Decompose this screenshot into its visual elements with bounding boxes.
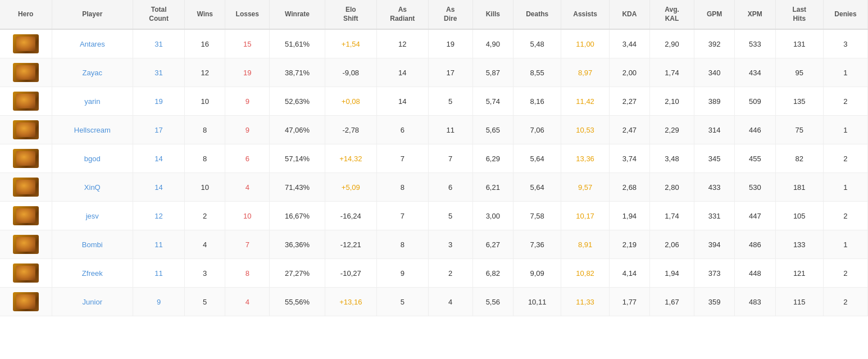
deaths-cell: 8,16	[513, 87, 561, 116]
col-header-last-hits[interactable]: LastHits	[775, 0, 823, 29]
player-cell[interactable]: yarin	[52, 87, 133, 116]
as-radiant-cell: 6	[376, 116, 428, 144]
assists-cell: 11,42	[561, 87, 609, 116]
winrate-cell: 38,71%	[270, 58, 325, 87]
elo-shift-cell: -12,21	[325, 230, 376, 259]
kills-cell: 6,29	[472, 144, 513, 173]
wins-cell: 4	[185, 230, 225, 259]
col-header-denies[interactable]: Denies	[823, 0, 867, 29]
player-cell[interactable]: jesv	[52, 202, 133, 230]
assists-cell: 10,53	[561, 116, 609, 144]
elo-shift-cell: +14,32	[325, 144, 376, 173]
col-header-as-dire[interactable]: AsDire	[428, 0, 472, 29]
col-header-total-count[interactable]: TotalCount	[133, 0, 185, 29]
col-header-assists[interactable]: Assists	[561, 0, 609, 29]
total-count-cell: 14	[133, 144, 185, 173]
winrate-cell: 16,67%	[270, 202, 325, 230]
winrate-cell: 27,27%	[270, 259, 325, 288]
as-radiant-cell: 8	[376, 173, 428, 202]
gpm-cell: 433	[694, 173, 734, 202]
kills-cell: 4,90	[472, 29, 513, 58]
col-header-losses[interactable]: Losses	[225, 0, 270, 29]
losses-cell: 4	[225, 288, 270, 316]
player-cell[interactable]: XinQ	[52, 173, 133, 202]
kills-cell: 6,82	[472, 259, 513, 288]
col-header-as-radiant[interactable]: AsRadiant	[376, 0, 428, 29]
last-hits-cell: 115	[775, 288, 823, 316]
hero-icon	[13, 206, 39, 225]
col-header-kda[interactable]: KDA	[609, 0, 649, 29]
elo-shift-cell: +13,16	[325, 288, 376, 316]
player-link[interactable]: Antares	[80, 40, 105, 48]
kills-cell: 5,56	[472, 288, 513, 316]
hero-cell	[0, 202, 52, 230]
kda-cell: 4,14	[609, 259, 649, 288]
player-cell[interactable]: Zayac	[52, 58, 133, 87]
gpm-cell: 359	[694, 288, 734, 316]
kills-cell: 5,87	[472, 58, 513, 87]
last-hits-cell: 105	[775, 202, 823, 230]
player-cell[interactable]: Bombi	[52, 230, 133, 259]
col-header-xpm[interactable]: XPM	[735, 0, 775, 29]
losses-cell: 19	[225, 58, 270, 87]
player-cell[interactable]: bgod	[52, 144, 133, 173]
table-row: Junior 9 5 4 55,56% +13,16 5 4 5,56 10,1…	[0, 288, 868, 316]
hero-icon	[13, 178, 39, 197]
avg-kal-cell: 1,74	[650, 58, 694, 87]
avg-kal-cell: 3,48	[650, 144, 694, 173]
hero-icon	[13, 263, 39, 283]
xpm-cell: 533	[735, 29, 775, 58]
hero-icon	[13, 120, 39, 139]
player-link[interactable]: jesv	[86, 212, 99, 220]
as-radiant-cell: 14	[376, 58, 428, 87]
last-hits-cell: 135	[775, 87, 823, 116]
player-link[interactable]: Zayac	[83, 69, 102, 77]
player-link[interactable]: Hellscream	[74, 126, 111, 134]
col-header-deaths[interactable]: Deaths	[513, 0, 561, 29]
total-count-cell: 31	[133, 29, 185, 58]
deaths-cell: 5,64	[513, 173, 561, 202]
kda-cell: 2,27	[609, 87, 649, 116]
deaths-cell: 10,11	[513, 288, 561, 316]
player-link[interactable]: yarin	[84, 97, 100, 106]
player-cell[interactable]: Antares	[52, 29, 133, 58]
col-header-hero[interactable]: Hero	[0, 0, 52, 29]
col-header-winrate[interactable]: Winrate	[270, 0, 325, 29]
kda-cell: 2,00	[609, 58, 649, 87]
xpm-cell: 448	[735, 259, 775, 288]
col-header-kills[interactable]: Kills	[472, 0, 513, 29]
player-cell[interactable]: Junior	[52, 288, 133, 316]
player-link[interactable]: Zfreek	[82, 269, 103, 278]
as-radiant-cell: 14	[376, 87, 428, 116]
total-count-cell: 19	[133, 87, 185, 116]
avg-kal-cell: 2,29	[650, 116, 694, 144]
player-link[interactable]: XinQ	[84, 183, 101, 192]
xpm-cell: 455	[735, 144, 775, 173]
winrate-cell: 51,61%	[270, 29, 325, 58]
player-link[interactable]: Junior	[83, 298, 102, 306]
losses-cell: 10	[225, 202, 270, 230]
player-link[interactable]: bgod	[84, 154, 101, 163]
col-header-avg-kal[interactable]: Avg.KAL	[650, 0, 694, 29]
as-radiant-cell: 7	[376, 202, 428, 230]
col-header-elo-shift[interactable]: EloShift	[325, 0, 376, 29]
table-row: Hellscream 17 8 9 47,06% -2,78 6 11 5,65…	[0, 116, 868, 144]
wins-cell: 3	[185, 259, 225, 288]
col-header-gpm[interactable]: GPM	[694, 0, 734, 29]
kda-cell: 2,19	[609, 230, 649, 259]
assists-cell: 11,33	[561, 288, 609, 316]
col-header-wins[interactable]: Wins	[185, 0, 225, 29]
losses-cell: 15	[225, 29, 270, 58]
elo-shift-cell: +0,08	[325, 87, 376, 116]
table-row: jesv 12 2 10 16,67% -16,24 7 5 3,00 7,58…	[0, 202, 868, 230]
total-count-cell: 31	[133, 58, 185, 87]
last-hits-cell: 181	[775, 173, 823, 202]
elo-shift-cell: -10,27	[325, 259, 376, 288]
denies-cell: 1	[823, 230, 867, 259]
table-row: Bombi 11 4 7 36,36% -12,21 8 3 6,27 7,36…	[0, 230, 868, 259]
as-dire-cell: 5	[428, 87, 472, 116]
player-cell[interactable]: Hellscream	[52, 116, 133, 144]
player-link[interactable]: Bombi	[82, 240, 103, 249]
col-header-player[interactable]: Player	[52, 0, 133, 29]
player-cell[interactable]: Zfreek	[52, 259, 133, 288]
